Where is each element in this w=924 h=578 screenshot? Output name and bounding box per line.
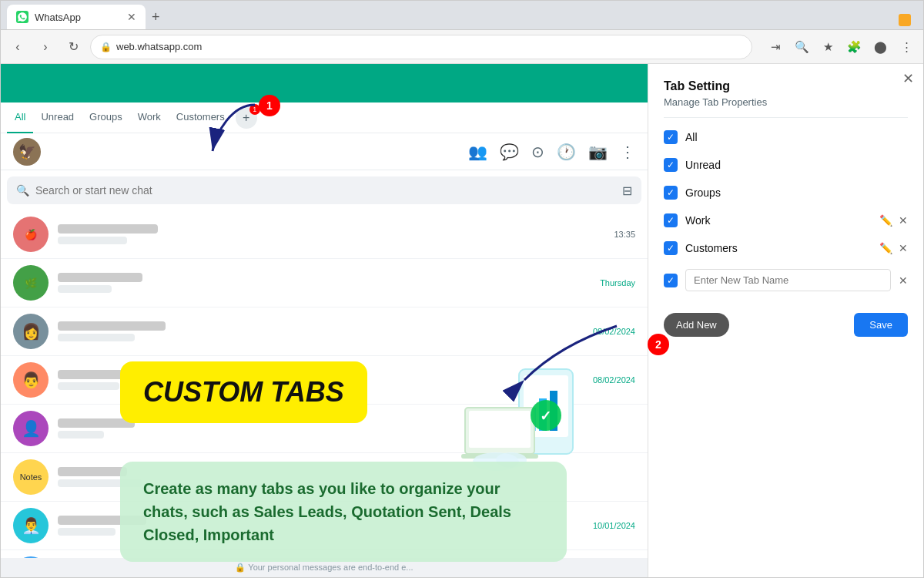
tab-label-work: Work [685,214,872,227]
callout-description-text: Create as many tabs as you like to organ… [143,477,544,546]
chat-item-1[interactable]: 🍎 13:35 [1,210,648,259]
callout-title: CUSTOM TABS [143,377,344,408]
address-text: web.whatsapp.com [116,41,742,52]
chat-info-3 [58,321,584,341]
chat-item-3[interactable]: 👩 08/02/2024 [1,307,648,356]
wa-tab-add-button[interactable]: + 1 [236,107,257,129]
chat-name-6 [58,467,127,476]
callout-description-box: Create as many tabs as you like to organ… [120,462,567,562]
wa-tab-groups[interactable]: Groups [82,102,130,133]
wa-tab-work[interactable]: Work [130,102,169,133]
edit-work-button[interactable]: ✏️ [879,214,892,227]
checkmark-all: ✓ [667,132,675,143]
tab-label-groups: Groups [685,187,908,199]
status-icon[interactable]: ⊙ [531,143,544,161]
panel-close-button[interactable]: ✕ [902,70,914,87]
delete-customers-button[interactable]: ✕ [899,242,908,254]
browser-tab-active[interactable]: WhatsApp ✕ [7,5,146,29]
browser-tab-bar: WhatsApp ✕ + [1,1,923,30]
checkbox-all[interactable]: ✓ [664,130,678,144]
tab-end-decoration [899,14,911,26]
chat-name-2 [58,273,142,282]
browser-window: WhatsApp ✕ + ‹ › ↻ 🔒 web.whatsapp.com ⇥ … [0,0,924,578]
chat-avatar-6: Notes [13,459,49,495]
browser-toolbar: ‹ › ↻ 🔒 web.whatsapp.com ⇥ 🔍 ★ 🧩 ⬤ ⋮ [1,30,923,64]
delete-new-tab-button[interactable]: ✕ [899,274,908,287]
wa-illustration: ✓ [457,361,604,477]
checkmark-unread: ✓ [667,160,675,170]
panel-subtitle: Manage Tab Properties [648,96,923,117]
chat-name-3 [58,321,166,331]
tab-setting-panel: ✕ Tab Setting Manage Tab Properties ✓ Al… [648,64,923,577]
camera-icon[interactable]: 📷 [588,143,608,161]
bookmark-icon[interactable]: ★ [817,36,839,58]
checkbox-unread[interactable]: ✓ [664,158,678,172]
tab-item-customers: ✓ Customers ✏️ ✕ [664,235,908,261]
add-tab-icon: + [243,111,249,125]
forward-button[interactable]: › [35,36,56,58]
tab-label-unread: Unread [685,159,908,171]
checkbox-customers[interactable]: ✓ [664,241,678,255]
address-bar[interactable]: 🔒 web.whatsapp.com [90,35,752,59]
menu-icon[interactable]: ⋮ [896,36,917,58]
profile-icon[interactable]: ⬤ [869,36,891,58]
browser-content: All Unread Groups Work Customers + 1 🦅 👥… [1,64,923,577]
wa-sidebar-icons: 🦅 👥 💬 ⊙ 🕐 📷 ⋮ [1,133,648,170]
toolbar-icons: ⇥ 🔍 ★ 🧩 ⬤ ⋮ [765,36,917,58]
wa-user-avatar[interactable]: 🦅 [13,138,41,166]
extension-icon[interactable]: 🧩 [843,36,865,58]
new-community-icon[interactable]: 👥 [468,143,487,161]
checkbox-work[interactable]: ✓ [664,213,678,227]
checkmark-customers: ✓ [667,243,675,254]
checkmark-work: ✓ [667,215,675,226]
new-tab-button[interactable]: + [146,5,166,29]
checkbox-groups[interactable]: ✓ [664,186,678,200]
lock-icon: 🔒 [100,42,112,52]
more-options-icon[interactable]: ⋮ [620,143,635,161]
search-icon: 🔍 [16,184,29,197]
tab-work-actions: ✏️ ✕ [879,214,908,227]
chat-time-3: 08/02/2024 [593,327,635,336]
chat-preview-3 [58,334,135,341]
tab-item-unread: ✓ Unread [664,152,908,178]
new-chat-icon[interactable]: 🕐 [557,143,576,161]
tab-item-new: ✓ ✕ [664,263,908,297]
chat-item-2[interactable]: 🌿 Thursday [1,259,648,307]
chat-time-7: 10/01/2024 [593,521,635,530]
edit-customers-button[interactable]: ✏️ [879,242,892,254]
tab-customers-actions: ✏️ ✕ [879,242,908,254]
wa-tab-all[interactable]: All [7,102,33,133]
save-button[interactable]: Save [854,313,908,337]
tab-label-customers: Customers [685,242,872,254]
filter-icon[interactable]: ⊟ [622,183,632,198]
tab-item-all: ✓ All [664,124,908,150]
cast-icon[interactable]: ⇥ [765,36,786,58]
delete-work-button[interactable]: ✕ [899,214,908,227]
new-group-icon[interactable]: 💬 [500,143,519,161]
tab-close-btn[interactable]: ✕ [127,11,136,23]
custom-tabs-callout: CUSTOM TABS [120,361,367,423]
back-button[interactable]: ‹ [7,36,28,58]
svg-text:✓: ✓ [540,408,551,424]
checkbox-new[interactable]: ✓ [664,274,678,287]
panel-title: Tab Setting [648,64,923,96]
new-tab-name-input[interactable] [685,269,891,291]
chat-name-1 [58,224,158,234]
wa-tab-customers[interactable]: Customers [169,102,233,133]
wa-tab-unread[interactable]: Unread [33,102,82,133]
search-input[interactable] [35,184,616,197]
tab-favicon [16,11,28,23]
svg-rect-8 [469,411,531,448]
add-new-button[interactable]: Add New [664,313,729,337]
zoom-icon[interactable]: 🔍 [791,36,812,58]
chat-time-1: 13:35 [614,230,635,239]
panel-buttons: Add New Save [648,304,923,346]
reload-button[interactable]: ↻ [62,36,84,58]
annotation-number-2: 2 [648,334,669,355]
chat-info-2 [58,273,591,293]
wa-search-bar[interactable]: 🔍 ⊟ [7,176,641,204]
tab-label-all: All [685,131,908,143]
tab-items-list: ✓ All ✓ Unread ✓ Groups ✓ Work [648,118,923,304]
checkmark-groups: ✓ [667,187,675,198]
tab-item-groups: ✓ Groups [664,180,908,206]
